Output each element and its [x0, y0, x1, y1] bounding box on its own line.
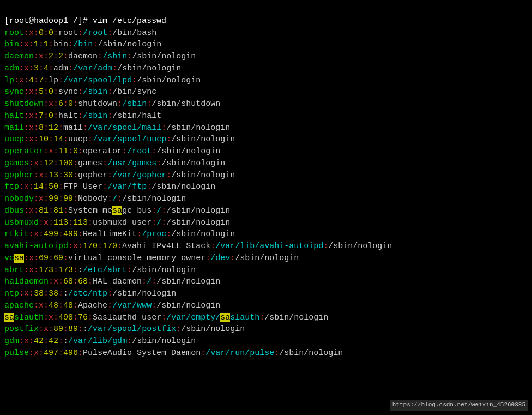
- line-root: root: [4, 28, 24, 38]
- terminal-output: [root@hadoop1 /]# vim /etc/passwd root:x…: [4, 3, 528, 359]
- watermark: https://blog.csdn.net/weixin_45260385: [390, 400, 528, 411]
- prompt-line: [root@hadoop1 /]# vim /etc/passwd: [4, 16, 166, 26]
